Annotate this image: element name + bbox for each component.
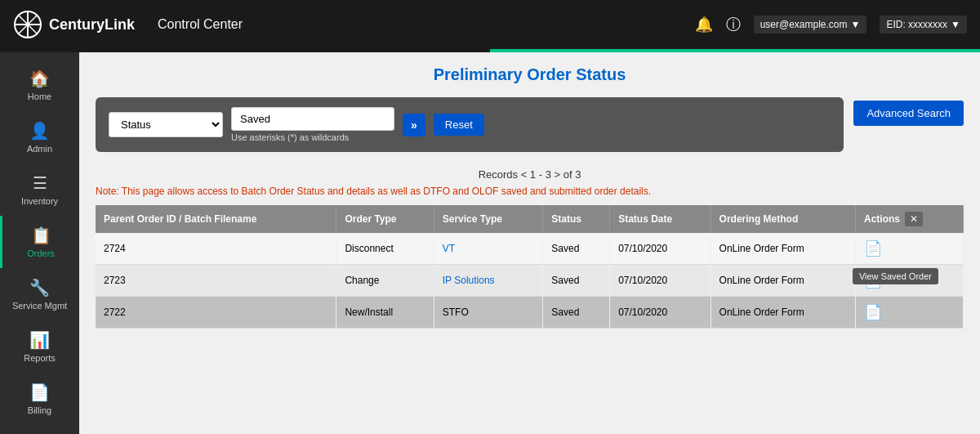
sidebar-item-inventory[interactable]: ☰ Inventory — [0, 163, 79, 216]
layout: 🏠 Home 👤 Admin ☰ Inventory 📋 Orders 🔧 Se… — [0, 52, 980, 434]
cell-order-id: 2723 — [96, 265, 336, 297]
sidebar-label-admin: Admin — [27, 144, 52, 154]
sidebar-label-service-mgmt: Service Mgmt — [12, 301, 67, 311]
cell-actions: 📄 — [856, 233, 964, 265]
reset-button[interactable]: Reset — [434, 114, 484, 136]
view-saved-order-tooltip: View Saved Order — [853, 268, 938, 284]
user-label: user@example.com — [760, 19, 848, 30]
cell-status-date: 07/10/2020 — [610, 265, 710, 297]
sidebar-label-orders: Orders — [27, 248, 55, 258]
search-bar: Status Order Type Service Type Use aster… — [96, 97, 844, 152]
sidebar-item-orders[interactable]: 📋 Orders — [0, 216, 79, 268]
sidebar-label-inventory: Inventory — [21, 196, 58, 206]
cell-ordering-method: OnLine Order Form — [710, 233, 855, 265]
app-title: Control Center — [158, 17, 243, 32]
search-select[interactable]: Status Order Type Service Type — [109, 112, 223, 137]
eid-label: EID: xxxxxxxx — [886, 19, 947, 30]
clear-actions-button[interactable]: ✕ — [905, 212, 923, 226]
advanced-search-button[interactable]: Advanced Search — [853, 101, 964, 126]
sidebar: 🏠 Home 👤 Admin ☰ Inventory 📋 Orders 🔧 Se… — [0, 52, 79, 434]
sidebar-item-home[interactable]: 🏠 Home — [0, 59, 79, 111]
sidebar-item-service-mgmt[interactable]: 🔧 Service Mgmt — [0, 268, 79, 320]
orders-icon: 📋 — [31, 226, 51, 245]
cell-service-type: VT — [434, 233, 543, 265]
cell-status: Saved — [543, 233, 610, 265]
cell-actions: 📄 — [856, 297, 964, 329]
col-header-status: Status — [543, 205, 610, 233]
orders-table: Parent Order ID / Batch Filename Order T… — [96, 205, 964, 329]
user-chevron-icon: ▼ — [851, 19, 861, 30]
search-go-button[interactable]: » — [403, 114, 425, 136]
col-header-order-type: Order Type — [336, 205, 434, 233]
cell-status-date: 07/10/2020 — [610, 297, 710, 329]
col-header-status-date: Status Date — [610, 205, 710, 233]
home-icon: 🏠 — [29, 69, 50, 88]
cell-order-id: 2722 — [96, 297, 336, 329]
sidebar-item-admin[interactable]: 👤 Admin — [0, 111, 79, 163]
cell-order-type: Disconnect — [336, 233, 434, 265]
actions-label: Actions — [864, 213, 900, 225]
sidebar-item-reports[interactable]: 📊 Reports — [0, 320, 79, 373]
top-nav: CenturyLink Control Center 🔔 ⓘ user@exam… — [0, 0, 980, 49]
cell-order-id: 2724 — [96, 233, 336, 265]
col-header-order-id: Parent Order ID / Batch Filename — [96, 205, 336, 233]
cell-actions: 📄 View Saved Order — [856, 265, 964, 297]
bell-icon[interactable]: 🔔 — [695, 16, 713, 34]
view-order-icon[interactable]: 📄 — [864, 240, 882, 257]
logo-icon — [13, 10, 42, 39]
cell-order-type: Change — [336, 265, 434, 297]
cell-status-date: 07/10/2020 — [610, 233, 710, 265]
col-header-service-type: Service Type — [434, 205, 543, 233]
table-row: 2723 Change IP Solutions Saved 07/10/202… — [96, 265, 964, 297]
cell-service-type: IP Solutions — [434, 265, 543, 297]
sidebar-label-reports: Reports — [24, 353, 56, 363]
search-input[interactable] — [231, 107, 394, 131]
service-type-link[interactable]: IP Solutions — [443, 275, 495, 286]
logo: CenturyLink — [13, 10, 135, 39]
top-nav-right: 🔔 ⓘ user@example.com ▼ EID: xxxxxxxx ▼ — [695, 15, 967, 34]
page-title: Preliminary Order Status — [96, 65, 964, 84]
table-row: 2724 Disconnect VT Saved 07/10/2020 OnLi… — [96, 233, 964, 265]
col-header-ordering-method: Ordering Method — [710, 205, 855, 233]
inventory-icon: ☰ — [33, 173, 47, 193]
records-info: Records < 1 - 3 > of 3 — [96, 168, 964, 181]
cell-order-type: New/Install — [336, 297, 434, 329]
logo-text: CenturyLink — [49, 16, 135, 34]
col-header-actions: Actions ✕ — [856, 205, 964, 233]
search-hint: Use asterisks (*) as wildcards — [231, 132, 394, 142]
sidebar-item-billing[interactable]: 📄 Billing — [0, 373, 79, 425]
service-mgmt-icon: 🔧 — [29, 278, 50, 298]
eid-chevron-icon: ▼ — [951, 19, 960, 30]
reports-icon: 📊 — [29, 330, 50, 350]
help-icon[interactable]: ⓘ — [726, 15, 741, 34]
cell-ordering-method: OnLine Order Form — [710, 297, 855, 329]
eid-dropdown[interactable]: EID: xxxxxxxx ▼ — [880, 16, 967, 34]
billing-icon: 📄 — [29, 383, 50, 402]
main-content: Preliminary Order Status Status Order Ty… — [79, 52, 980, 434]
sidebar-label-billing: Billing — [28, 405, 51, 415]
cell-status: Saved — [543, 265, 610, 297]
note-text: Note: This page allows access to Batch O… — [96, 186, 964, 197]
admin-icon: 👤 — [29, 121, 50, 141]
user-dropdown[interactable]: user@example.com ▼ — [754, 16, 867, 34]
cell-ordering-method: OnLine Order Form — [710, 265, 855, 297]
cell-service-type: STFO — [434, 297, 543, 329]
cell-status: Saved — [543, 297, 610, 329]
table-row: 2722 New/Install STFO Saved 07/10/2020 O… — [96, 297, 964, 329]
service-type-link[interactable]: VT — [443, 243, 455, 254]
sidebar-label-home: Home — [28, 92, 51, 101]
view-order-icon[interactable]: 📄 — [864, 304, 882, 320]
